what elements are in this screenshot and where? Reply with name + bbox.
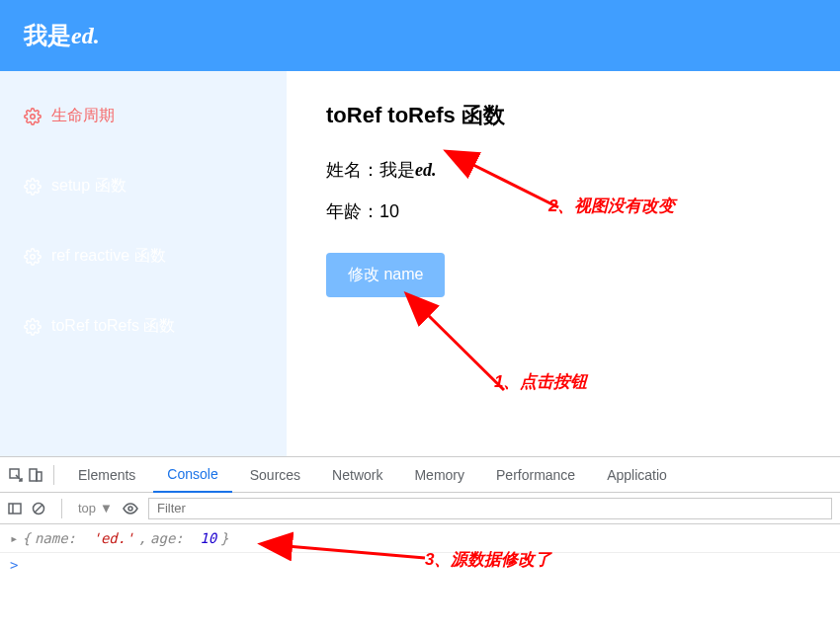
name-label: 姓名： xyxy=(326,160,379,180)
chevron-down-icon: ▼ xyxy=(100,501,113,515)
filter-input[interactable] xyxy=(148,498,832,519)
sidebar-item-toref-torefs[interactable]: toRef toRefs 函数 xyxy=(0,291,287,361)
sidebar-toggle-icon[interactable] xyxy=(8,502,22,515)
svg-point-15 xyxy=(128,507,132,511)
tab-performance[interactable]: Performance xyxy=(482,457,589,493)
gear-icon xyxy=(24,318,42,336)
svg-rect-10 xyxy=(37,472,42,481)
devtools-tabs: Elements Console Sources Network Memory … xyxy=(0,457,840,493)
gear-icon xyxy=(24,178,42,196)
comma: , xyxy=(138,530,146,546)
sidebar: 生命周期 setup 函数 ref reactive 函数 toRef toRe… xyxy=(0,71,287,456)
header-italic: ed. xyxy=(71,23,100,48)
tab-console[interactable]: Console xyxy=(153,457,231,493)
gear-icon xyxy=(24,248,42,266)
sidebar-item-lifecycle[interactable]: 生命周期 xyxy=(0,81,287,151)
divider xyxy=(53,465,54,485)
console-output-line[interactable]: ▸ {name: 'ed.', age: 10} xyxy=(0,524,840,553)
svg-point-3 xyxy=(31,324,36,329)
svg-point-0 xyxy=(31,114,36,119)
app-header: 我是ed. xyxy=(0,0,840,71)
svg-point-1 xyxy=(31,184,36,189)
name-row: 姓名：我是ed. xyxy=(326,158,800,182)
svg-rect-11 xyxy=(9,504,21,514)
tab-elements[interactable]: Elements xyxy=(64,457,149,493)
name-prefix: 我是 xyxy=(379,160,415,180)
console-toolbar: top▼ xyxy=(0,493,840,524)
header-prefix: 我是 xyxy=(24,22,71,48)
tab-sources[interactable]: Sources xyxy=(236,457,314,493)
sidebar-item-ref-reactive[interactable]: ref reactive 函数 xyxy=(0,221,287,291)
inspect-icon[interactable] xyxy=(8,467,24,483)
sidebar-item-label: toRef toRefs 函数 xyxy=(51,316,175,337)
divider xyxy=(61,499,62,518)
obj-key-age: age: xyxy=(150,530,184,546)
obj-val-name: 'ed.' xyxy=(92,530,133,546)
clear-console-icon[interactable] xyxy=(32,502,45,515)
page-title: toRef toRefs 函数 xyxy=(326,101,800,130)
sidebar-item-label: setup 函数 xyxy=(51,176,126,197)
age-label: 年龄： xyxy=(326,201,379,221)
tab-application[interactable]: Applicatio xyxy=(593,457,681,493)
name-italic: ed. xyxy=(415,160,437,180)
svg-rect-9 xyxy=(30,469,37,481)
main-content: toRef toRefs 函数 姓名：我是ed. 年龄：10 修改 name xyxy=(287,71,840,456)
sidebar-item-setup[interactable]: setup 函数 xyxy=(0,151,287,221)
console-prompt[interactable]: > xyxy=(0,553,840,577)
age-row: 年龄：10 xyxy=(326,199,800,223)
sidebar-item-label: 生命周期 xyxy=(51,106,115,126)
eye-icon[interactable] xyxy=(123,502,138,515)
app-body: 生命周期 setup 函数 ref reactive 函数 toRef toRe… xyxy=(0,71,840,456)
modify-name-button[interactable]: 修改 name xyxy=(326,253,445,297)
sidebar-item-label: ref reactive 函数 xyxy=(51,246,166,267)
brace: { xyxy=(22,530,30,546)
obj-val-age: 10 xyxy=(200,530,216,546)
device-toggle-icon[interactable] xyxy=(28,467,43,483)
age-value: 10 xyxy=(379,201,399,221)
brace: } xyxy=(220,530,228,546)
tab-memory[interactable]: Memory xyxy=(400,457,478,493)
tab-network[interactable]: Network xyxy=(318,457,396,493)
gear-icon xyxy=(24,108,42,125)
devtools-panel: Elements Console Sources Network Memory … xyxy=(0,456,840,631)
svg-point-2 xyxy=(31,254,36,259)
expand-triangle-icon[interactable]: ▸ xyxy=(10,530,18,546)
svg-line-14 xyxy=(35,505,42,513)
obj-key-name: name: xyxy=(35,530,76,546)
scope-selector[interactable]: top▼ xyxy=(78,501,113,515)
